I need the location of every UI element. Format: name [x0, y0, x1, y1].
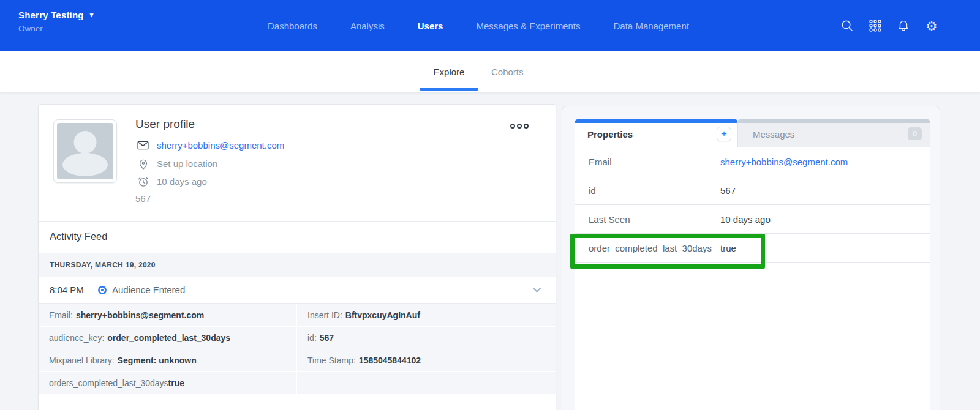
property-label: Email	[589, 147, 612, 176]
detail-label: id:	[307, 333, 317, 343]
table-row: Email:sherry+bobbins@segment.com Insert …	[39, 304, 556, 326]
profile-location-placeholder[interactable]: Set up location	[157, 158, 217, 169]
tab-properties-label: Properties	[587, 129, 633, 140]
primary-nav: Dashboards Analysis Users Messages & Exp…	[268, 0, 689, 51]
top-navbar: Sherry Testing ▾ Owner Dashboards Analys…	[0, 0, 980, 51]
properties-tab-strip: Properties + Messages 0	[575, 119, 930, 147]
property-value-email-link[interactable]: sherry+bobbins@segment.com	[720, 147, 848, 176]
tab-messages[interactable]: Messages 0	[737, 119, 930, 147]
tab-cohorts[interactable]: Cohorts	[491, 67, 524, 77]
property-value: 10 days ago	[720, 205, 771, 234]
table-row: Mixpanel Library:Segment: unknown Time S…	[39, 349, 556, 371]
profile-user-id: 567	[135, 193, 151, 204]
tab-explore[interactable]: Explore	[420, 67, 478, 77]
detail-label: Mixpanel Library:	[49, 356, 115, 365]
table-row: audience_key:order_completed_last_30days…	[39, 327, 556, 349]
messages-count-badge: 0	[908, 127, 922, 140]
ellipsis-menu-icon[interactable]	[510, 124, 529, 129]
detail-value: true	[168, 378, 184, 388]
property-label: id	[589, 176, 596, 205]
table-row-highlighted: order_completed_last_30days true	[575, 234, 930, 263]
nav-item-data-management[interactable]: Data Management	[614, 21, 689, 31]
activity-feed-title: Activity Feed	[50, 231, 107, 242]
table-row: Email sherry+bobbins@segment.com	[575, 147, 930, 176]
event-details-table: Email:sherry+bobbins@segment.com Insert …	[39, 304, 556, 395]
detail-label: Insert ID:	[307, 310, 342, 320]
profile-email-link[interactable]: sherry+bobbins@segment.com	[157, 140, 284, 151]
active-tab-indicator	[420, 88, 478, 91]
location-pin-icon	[137, 157, 149, 170]
settings-gear-icon[interactable]: ⚙	[925, 19, 938, 32]
alarm-clock-icon	[137, 175, 149, 188]
activity-event-row[interactable]: 8:04 PM Audience Entered	[39, 277, 556, 304]
properties-table: Email sherry+bobbins@segment.com id 567 …	[575, 147, 930, 410]
property-value: 567	[720, 176, 736, 205]
app-viewport: Sherry Testing ▾ Owner Dashboards Analys…	[0, 0, 980, 410]
activity-date-header: THURSDAY, MARCH 19, 2020	[39, 253, 556, 277]
nav-item-messages-experiments[interactable]: Messages & Experiments	[476, 21, 580, 31]
chevron-down-icon[interactable]	[533, 288, 541, 293]
properties-panel: Properties + Messages 0 Email sherry+bob…	[562, 106, 940, 410]
detail-value: Segment: unknown	[118, 356, 197, 365]
nav-item-analysis[interactable]: Analysis	[350, 21, 385, 31]
notifications-bell-icon[interactable]	[897, 19, 910, 32]
property-label: order_completed_last_30days	[589, 234, 712, 263]
profile-last-seen: 10 days ago	[157, 176, 207, 187]
detail-value: 1585045844102	[359, 356, 421, 365]
table-row: Last Seen 10 days ago	[575, 205, 930, 234]
event-time: 8:04 PM	[50, 285, 84, 295]
profile-title: User profile	[135, 117, 195, 131]
event-name: Audience Entered	[112, 285, 185, 295]
project-name: Sherry Testing	[18, 10, 84, 20]
table-row: orders_completed_last_30daystrue	[39, 372, 556, 394]
add-property-button[interactable]: +	[717, 127, 731, 141]
tab-properties[interactable]: Properties +	[575, 119, 737, 147]
apps-grid-icon[interactable]	[869, 19, 882, 32]
avatar	[53, 119, 117, 183]
detail-value: sherry+bobbins@segment.com	[76, 310, 204, 320]
detail-label: Email:	[49, 310, 73, 320]
search-icon[interactable]	[840, 19, 854, 32]
project-switcher[interactable]: Sherry Testing ▾ Owner	[18, 10, 93, 33]
envelope-icon	[137, 139, 149, 152]
detail-value: 567	[320, 333, 334, 343]
table-row: id 567	[575, 176, 930, 205]
chevron-down-icon: ▾	[90, 11, 94, 19]
detail-value: order_completed_last_30days	[107, 333, 230, 343]
nav-item-users[interactable]: Users	[418, 21, 443, 31]
detail-value: BftvpxcuyAgInAuf	[345, 310, 420, 320]
event-dot-icon	[97, 285, 107, 295]
divider	[39, 221, 556, 222]
user-profile-card: User profile sherry+bobbins@segment.com …	[38, 104, 556, 410]
tab-messages-label: Messages	[753, 129, 794, 140]
property-value: true	[720, 234, 736, 263]
detail-label: Time Stamp:	[307, 356, 356, 365]
project-role: Owner	[18, 24, 93, 33]
detail-label: orders_completed_last_30days	[49, 378, 168, 388]
detail-label: audience_key:	[49, 333, 104, 343]
nav-item-dashboards[interactable]: Dashboards	[268, 21, 317, 31]
navbar-actions: ⚙	[840, 0, 938, 51]
property-label: Last Seen	[589, 205, 630, 234]
secondary-tabbar: Explore Cohorts	[0, 51, 980, 92]
